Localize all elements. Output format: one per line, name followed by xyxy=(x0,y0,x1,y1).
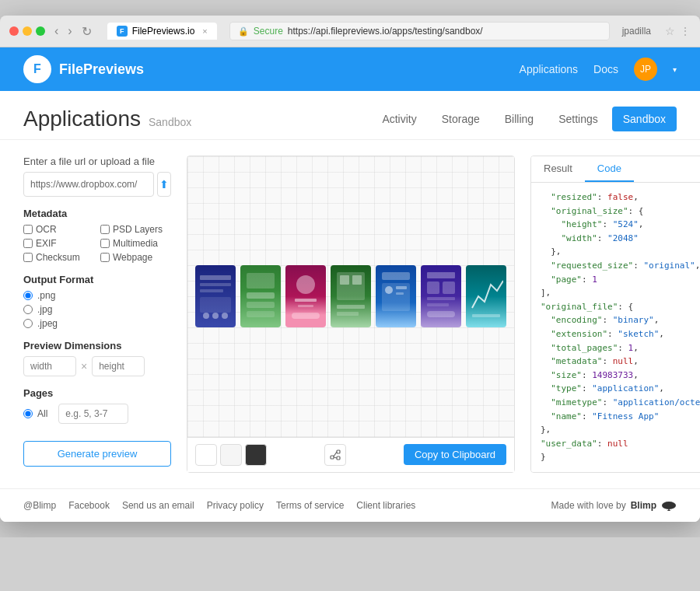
footer-client-libs[interactable]: Client libraries xyxy=(356,500,415,511)
svg-rect-26 xyxy=(427,282,439,294)
format-jpeg[interactable]: .jpeg xyxy=(23,318,171,329)
checkbox-checksum[interactable]: Checksum xyxy=(23,252,94,263)
checkbox-ocr[interactable]: OCR xyxy=(23,224,94,235)
svg-rect-9 xyxy=(247,302,275,308)
minimize-button[interactable] xyxy=(23,26,32,36)
svg-rect-19 xyxy=(337,312,359,316)
exif-checkbox[interactable] xyxy=(23,239,33,248)
page-footer: @Blimp Facebook Send us an email Privacy… xyxy=(0,488,700,522)
pages-section: Pages All xyxy=(23,387,171,424)
svg-point-4 xyxy=(203,313,209,319)
tab-close-icon[interactable]: × xyxy=(202,26,207,36)
footer-email[interactable]: Send us an email xyxy=(122,500,194,511)
jpeg-radio[interactable] xyxy=(23,319,33,328)
nav-avatar[interactable]: JP xyxy=(634,58,657,81)
checkbox-exif[interactable]: EXIF xyxy=(23,238,94,249)
svg-rect-27 xyxy=(443,282,455,294)
tab-settings[interactable]: Settings xyxy=(548,107,609,131)
copy-clipboard-button[interactable]: Copy to Clipboard xyxy=(404,444,506,465)
checkbox-multimedia[interactable]: Multimedia xyxy=(100,238,171,249)
json-line: "encoding": "binary", xyxy=(541,313,700,327)
close-button[interactable] xyxy=(9,26,19,36)
url-input[interactable] xyxy=(23,172,154,197)
pages-range-input[interactable] xyxy=(58,404,128,424)
swatch-light[interactable] xyxy=(220,444,242,466)
metadata-checkboxes: OCR PSD Layers EXIF Multimedia Check xyxy=(23,224,171,263)
browser-tab[interactable]: F FilePreviews.io × xyxy=(107,23,217,40)
panel-tabs: Result Code xyxy=(531,156,700,183)
footer-privacy[interactable]: Privacy policy xyxy=(207,500,264,511)
format-jpg[interactable]: .jpg xyxy=(23,304,171,315)
swatch-white[interactable] xyxy=(195,444,217,466)
preview-thumb-2 xyxy=(240,265,281,327)
json-line: "mimetype": "application/octet-stream", xyxy=(541,396,700,410)
nav-docs[interactable]: Docs xyxy=(593,63,618,75)
jpg-radio[interactable] xyxy=(23,305,33,314)
json-content: "resized": false, "original_size": { "he… xyxy=(531,183,700,472)
tab-result[interactable]: Result xyxy=(531,156,585,182)
share-button[interactable] xyxy=(324,444,346,466)
svg-line-35 xyxy=(334,457,337,458)
browser-titlebar: ‹ › ↻ F FilePreviews.io × 🔒 Secure https… xyxy=(0,16,700,47)
footer-links: @Blimp Facebook Send us an email Privacy… xyxy=(23,500,415,511)
tab-billing[interactable]: Billing xyxy=(494,107,544,131)
tab-activity[interactable]: Activity xyxy=(371,107,427,131)
format-png[interactable]: .png xyxy=(23,290,171,301)
svg-point-37 xyxy=(662,502,676,509)
menu-icon[interactable]: ⋮ xyxy=(680,25,691,37)
traffic-lights xyxy=(9,26,45,36)
checkbox-psd[interactable]: PSD Layers xyxy=(100,224,171,235)
svg-rect-2 xyxy=(200,289,223,292)
forward-button[interactable]: › xyxy=(65,23,75,40)
json-line: "resized": false, xyxy=(541,191,700,205)
svg-rect-32 xyxy=(331,456,334,459)
nav-dropdown-icon[interactable]: ▾ xyxy=(673,65,677,74)
browser-window: ‹ › ↻ F FilePreviews.io × 🔒 Secure https… xyxy=(0,16,700,522)
svg-rect-33 xyxy=(337,450,340,453)
preview-thumb-5 xyxy=(376,265,416,327)
nav-links: Applications Docs JP ▾ xyxy=(520,58,677,81)
back-button[interactable]: ‹ xyxy=(51,23,61,40)
nav-applications[interactable]: Applications xyxy=(520,63,579,75)
svg-point-6 xyxy=(222,313,228,319)
checkbox-webpage[interactable]: Webpage xyxy=(100,252,171,263)
main-content: Enter a file url or upload a file ⬆ Meta… xyxy=(0,140,700,488)
blimp-icon xyxy=(661,500,677,511)
page-content: F FilePreviews Applications Docs JP ▾ Ap… xyxy=(0,47,700,522)
footer-blimp[interactable]: @Blimp xyxy=(23,500,56,511)
svg-rect-31 xyxy=(472,314,500,317)
swatch-dark[interactable] xyxy=(245,444,267,466)
json-line: "width": "2048" xyxy=(541,232,700,246)
address-bar[interactable]: 🔒 Secure https://api.filepreviews.io/app… xyxy=(229,22,610,40)
tab-sandbox[interactable]: Sandbox xyxy=(612,107,677,131)
psd-checkbox[interactable] xyxy=(100,225,110,234)
star-icon[interactable]: ☆ xyxy=(665,25,675,37)
tab-code[interactable]: Code xyxy=(585,156,634,182)
left-panel: Enter a file url or upload a file ⬆ Meta… xyxy=(23,156,171,473)
dimensions-separator: × xyxy=(81,360,87,372)
ocr-checkbox[interactable] xyxy=(23,225,33,234)
maximize-button[interactable] xyxy=(36,26,45,36)
multimedia-checkbox[interactable] xyxy=(100,239,110,248)
footer-terms[interactable]: Terms of service xyxy=(276,500,344,511)
brand-icon: F xyxy=(23,55,51,83)
tab-storage[interactable]: Storage xyxy=(431,107,491,131)
width-input[interactable] xyxy=(23,356,76,376)
svg-point-11 xyxy=(296,275,315,294)
pages-all[interactable]: All xyxy=(23,408,47,419)
png-radio[interactable] xyxy=(23,291,33,300)
pages-all-radio[interactable] xyxy=(23,409,33,418)
reload-button[interactable]: ↻ xyxy=(79,23,95,40)
webpage-checkbox[interactable] xyxy=(100,253,110,262)
checksum-checkbox[interactable] xyxy=(23,253,33,262)
json-line: } xyxy=(541,450,700,464)
upload-button[interactable]: ⬆ xyxy=(157,172,171,197)
footer-facebook[interactable]: Facebook xyxy=(68,500,110,511)
url-section: Enter a file url or upload a file ⬆ xyxy=(23,156,171,197)
svg-rect-29 xyxy=(427,303,449,306)
height-input[interactable] xyxy=(92,356,145,376)
json-line: }, xyxy=(541,245,700,259)
footer-right: Made with love by Blimp xyxy=(551,500,677,511)
generate-preview-button[interactable]: Generate preview xyxy=(23,441,171,467)
made-with-label: Made with love by xyxy=(551,500,626,511)
